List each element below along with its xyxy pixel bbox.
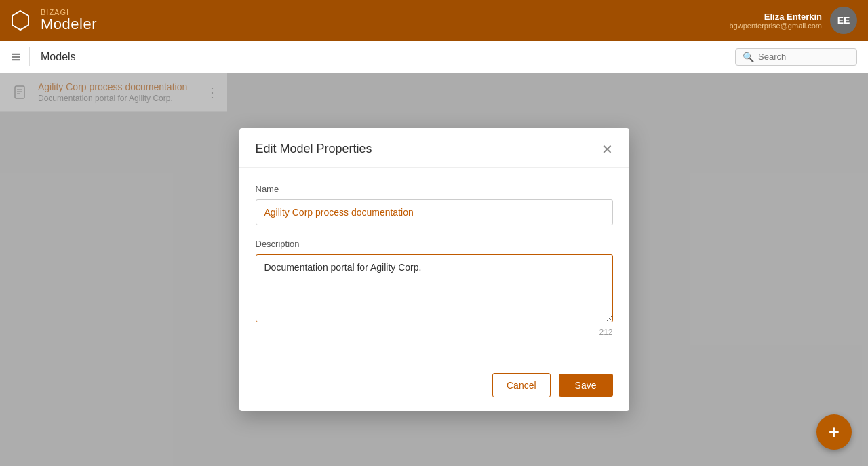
edit-model-modal: Edit Model Properties ✕ Name Description… [239, 128, 629, 411]
user-email: bgwpenterprise@gmail.com [729, 22, 822, 30]
subnav-title: Models [41, 51, 724, 63]
main-area: Agility Corp process documentation Docum… [0, 73, 868, 466]
svg-rect-1 [12, 53, 20, 54]
user-name: Eliza Enterkin [729, 12, 822, 22]
avatar[interactable]: EE [830, 7, 857, 34]
topbar: bizagi Modeler Eliza Enterkin bgwpenterp… [0, 0, 868, 41]
save-button[interactable]: Save [559, 374, 613, 397]
cancel-button[interactable]: Cancel [492, 373, 551, 397]
user-info: Eliza Enterkin bgwpenterprise@gmail.com [729, 12, 822, 30]
models-icon [11, 47, 30, 66]
svg-rect-3 [12, 59, 20, 60]
modal-overlay: Edit Model Properties ✕ Name Description… [0, 73, 868, 466]
name-label: Name [256, 184, 613, 194]
subnav: Models 🔍 [0, 41, 868, 73]
logo-icon [8, 8, 33, 33]
search-icon: 🔍 [743, 52, 754, 62]
description-textarea[interactable] [256, 254, 613, 322]
modal-header: Edit Model Properties ✕ [239, 128, 629, 168]
search-input[interactable] [758, 52, 846, 62]
name-field-group: Name [256, 184, 613, 225]
brand-modeler: Modeler [41, 16, 97, 33]
topbar-right: Eliza Enterkin bgwpenterprise@gmail.com … [729, 7, 857, 34]
app-name: bizagi Modeler [41, 8, 97, 33]
add-fab-button[interactable]: + [816, 414, 852, 450]
modal-body: Name Description 212 [239, 168, 629, 356]
svg-rect-2 [12, 56, 20, 57]
close-button[interactable]: ✕ [601, 142, 613, 156]
char-count: 212 [256, 328, 613, 337]
modal-title: Edit Model Properties [256, 142, 372, 156]
topbar-left: bizagi Modeler [8, 8, 97, 33]
description-label: Description [256, 239, 613, 249]
svg-marker-0 [12, 11, 28, 30]
search-box[interactable]: 🔍 [735, 48, 857, 66]
description-field-group: Description 212 [256, 239, 613, 337]
name-input[interactable] [256, 199, 613, 225]
modal-footer: Cancel Save [239, 362, 629, 411]
